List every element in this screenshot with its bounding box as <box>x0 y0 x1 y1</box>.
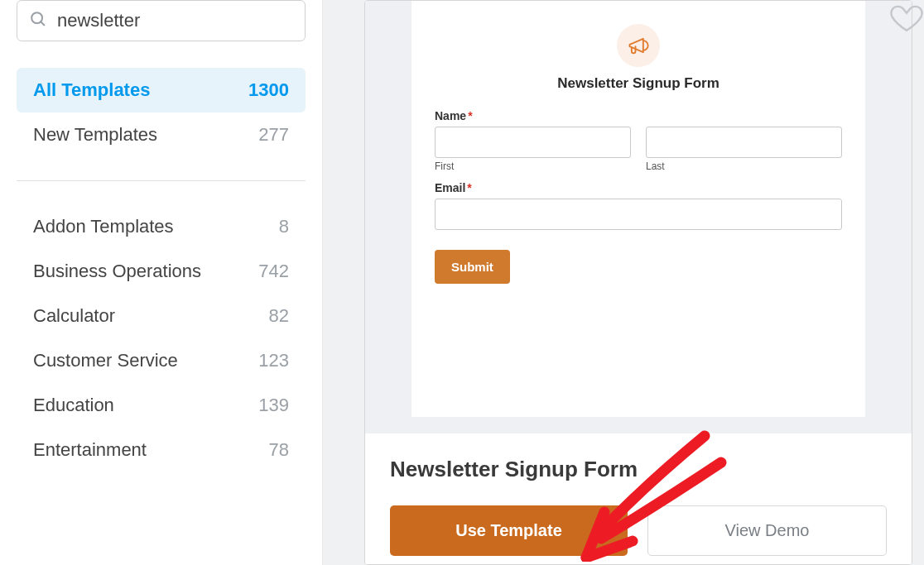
sidebar-item-label: Entertainment <box>33 439 147 461</box>
sidebar-item-count: 8 <box>279 216 289 237</box>
sidebar-item-customer-service[interactable]: Customer Service 123 <box>17 338 306 383</box>
sidebar-item-label: Customer Service <box>33 350 178 371</box>
sidebar-top-list: All Templates 1300 New Templates 277 <box>17 68 306 157</box>
favorite-icon[interactable] <box>889 0 924 38</box>
sidebar-item-all-templates[interactable]: All Templates 1300 <box>17 68 306 113</box>
search-input[interactable] <box>57 10 293 31</box>
form-preview: Newsletter Signup Form Name* First Last <box>411 1 865 417</box>
sidebar-item-label: New Templates <box>33 124 157 146</box>
sidebar-item-business-operations[interactable]: Business Operations 742 <box>17 249 306 294</box>
sidebar-item-new-templates[interactable]: New Templates 277 <box>17 113 306 157</box>
template-title: Newsletter Signup Form <box>390 457 887 482</box>
form-row-email: Email* <box>435 180 842 230</box>
template-card-footer: Newsletter Signup Form Use Template View… <box>365 433 912 564</box>
last-name-sublabel: Last <box>646 160 842 172</box>
megaphone-icon <box>617 24 660 67</box>
view-demo-button[interactable]: View Demo <box>647 505 887 556</box>
sidebar-item-label: Business Operations <box>33 261 201 282</box>
form-label-email: Email* <box>435 181 472 194</box>
sidebar-item-calculator[interactable]: Calculator 82 <box>17 294 306 338</box>
sidebar-item-label: Education <box>33 395 114 416</box>
sidebar-item-entertainment[interactable]: Entertainment 78 <box>17 428 306 472</box>
sidebar-item-count: 1300 <box>248 79 289 101</box>
svg-line-1 <box>41 22 44 25</box>
form-row-name: Name* First Last <box>435 108 842 172</box>
form-title: Newsletter Signup Form <box>435 75 842 92</box>
sidebar-item-count: 78 <box>269 439 289 461</box>
sidebar-item-count: 123 <box>258 350 289 371</box>
template-preview: Newsletter Signup Form Name* First Last <box>365 1 912 433</box>
label-text: Email <box>435 181 465 194</box>
sidebar-item-label: All Templates <box>33 79 150 101</box>
first-name-input[interactable] <box>435 127 631 158</box>
sidebar-item-label: Calculator <box>33 305 115 327</box>
sidebar-category-list: Addon Templates 8 Business Operations 74… <box>17 204 306 472</box>
sidebar-item-count: 82 <box>269 305 289 327</box>
label-text: Name <box>435 109 466 122</box>
sidebar-item-education[interactable]: Education 139 <box>17 383 306 428</box>
required-asterisk: * <box>468 109 472 122</box>
sidebar-item-count: 139 <box>258 395 289 416</box>
required-asterisk: * <box>467 181 471 194</box>
sidebar-item-label: Addon Templates <box>33 216 174 237</box>
search-icon <box>29 10 47 31</box>
form-label-name: Name* <box>435 109 473 122</box>
template-main: Newsletter Signup Form Name* First Last <box>323 0 924 565</box>
sidebar-item-addon-templates[interactable]: Addon Templates 8 <box>17 204 306 249</box>
sidebar-divider <box>17 180 306 181</box>
email-input[interactable] <box>435 199 842 230</box>
template-action-row: Use Template View Demo <box>390 505 887 556</box>
template-sidebar: All Templates 1300 New Templates 277 Add… <box>0 0 323 565</box>
use-template-button[interactable]: Use Template <box>390 505 628 556</box>
search-box[interactable] <box>17 0 306 41</box>
submit-button[interactable]: Submit <box>435 250 510 284</box>
first-name-sublabel: First <box>435 160 631 172</box>
last-name-input[interactable] <box>646 127 842 158</box>
sidebar-item-count: 277 <box>258 124 289 146</box>
template-card: Newsletter Signup Form Name* First Last <box>364 0 912 565</box>
sidebar-item-count: 742 <box>258 261 289 282</box>
